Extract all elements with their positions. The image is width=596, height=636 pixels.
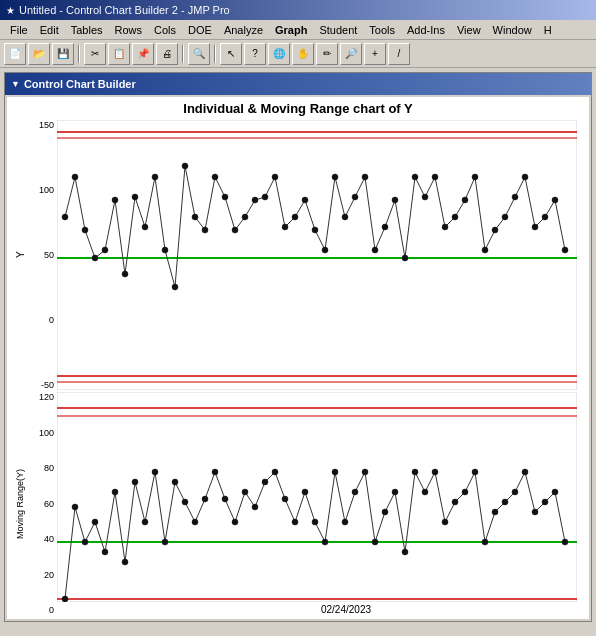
toolbar-search[interactable]: 🔍 — [188, 43, 210, 65]
svg-point-7 — [122, 271, 128, 277]
toolbar-globe[interactable]: 🌐 — [268, 43, 290, 65]
app-icon: ★ — [6, 5, 15, 16]
svg-point-57 — [102, 549, 108, 555]
svg-point-82 — [352, 489, 358, 495]
toolbar-line[interactable]: / — [388, 43, 410, 65]
menu-file[interactable]: File — [4, 23, 34, 37]
menu-bar: File Edit Tables Rows Cols DOE Analyze G… — [0, 20, 596, 40]
svg-point-43 — [482, 247, 488, 253]
svg-point-59 — [122, 559, 128, 565]
svg-point-88 — [412, 469, 418, 475]
svg-point-64 — [172, 479, 178, 485]
menu-doe[interactable]: DOE — [182, 23, 218, 37]
menu-analyze[interactable]: Analyze — [218, 23, 269, 37]
svg-point-27 — [322, 247, 328, 253]
toolbar-sep1 — [78, 45, 80, 63]
upper-chart-wrapper: Y 150 100 50 0 -50 — [11, 120, 585, 390]
ccb-title: Control Chart Builder — [24, 78, 136, 90]
menu-graph[interactable]: Graph — [269, 23, 313, 37]
svg-point-11 — [162, 247, 168, 253]
svg-point-38 — [432, 174, 438, 180]
menu-edit[interactable]: Edit — [34, 23, 65, 37]
menu-rows[interactable]: Rows — [109, 23, 149, 37]
svg-point-95 — [482, 539, 488, 545]
svg-point-84 — [372, 539, 378, 545]
svg-point-12 — [172, 284, 178, 290]
toolbar-sep3 — [214, 45, 216, 63]
toolbar-copy[interactable]: 📋 — [108, 43, 130, 65]
svg-point-6 — [112, 197, 118, 203]
svg-point-66 — [192, 519, 198, 525]
svg-point-5 — [102, 247, 108, 253]
svg-point-33 — [382, 224, 388, 230]
svg-point-61 — [142, 519, 148, 525]
upper-chart-svg — [57, 120, 577, 390]
svg-point-14 — [192, 214, 198, 220]
svg-point-65 — [182, 499, 188, 505]
chart-area: Individual & Moving Range chart of Y Y 1… — [7, 97, 589, 619]
lower-chart-wrapper: Moving Range(Y) 120 100 80 60 40 20 0 — [11, 392, 585, 615]
menu-cols[interactable]: Cols — [148, 23, 182, 37]
svg-point-102 — [552, 489, 558, 495]
lower-y-ticks: 120 100 80 60 40 20 0 — [29, 392, 57, 615]
toolbar-help[interactable]: ? — [244, 43, 266, 65]
toolbar-paste[interactable]: 📌 — [132, 43, 154, 65]
svg-point-76 — [292, 519, 298, 525]
svg-point-26 — [312, 227, 318, 233]
svg-point-10 — [152, 174, 158, 180]
menu-tables[interactable]: Tables — [65, 23, 109, 37]
svg-point-70 — [232, 519, 238, 525]
svg-point-60 — [132, 479, 138, 485]
toolbar-arrow[interactable]: ↖ — [220, 43, 242, 65]
menu-window[interactable]: Window — [487, 23, 538, 37]
svg-point-72 — [252, 504, 258, 510]
toolbar-plus[interactable]: + — [364, 43, 386, 65]
svg-point-54 — [72, 504, 78, 510]
svg-point-40 — [452, 214, 458, 220]
toolbar-save[interactable]: 💾 — [52, 43, 74, 65]
svg-point-28 — [332, 174, 338, 180]
svg-point-58 — [112, 489, 118, 495]
svg-point-36 — [412, 174, 418, 180]
svg-point-41 — [462, 197, 468, 203]
svg-point-86 — [392, 489, 398, 495]
svg-point-51 — [562, 247, 568, 253]
collapse-triangle[interactable]: ▼ — [11, 79, 20, 89]
svg-point-71 — [242, 489, 248, 495]
svg-point-91 — [442, 519, 448, 525]
svg-point-18 — [232, 227, 238, 233]
lower-y-label: Moving Range(Y) — [11, 392, 29, 615]
chart-title: Individual & Moving Range chart of Y — [11, 101, 585, 116]
title-bar: ★ Untitled - Control Chart Builder 2 - J… — [0, 0, 596, 20]
lower-chart-svg — [57, 392, 577, 602]
svg-point-93 — [462, 489, 468, 495]
svg-point-97 — [502, 499, 508, 505]
svg-point-2 — [72, 174, 78, 180]
window-title: Untitled - Control Chart Builder 2 - JMP… — [19, 4, 230, 16]
svg-point-77 — [302, 489, 308, 495]
svg-point-20 — [252, 197, 258, 203]
toolbar-new[interactable]: 📄 — [4, 43, 26, 65]
svg-point-87 — [402, 549, 408, 555]
toolbar-hand[interactable]: ✋ — [292, 43, 314, 65]
svg-point-75 — [282, 496, 288, 502]
svg-point-103 — [562, 539, 568, 545]
svg-point-85 — [382, 509, 388, 515]
toolbar-cut[interactable]: ✂ — [84, 43, 106, 65]
toolbar-print[interactable]: 🖨 — [156, 43, 178, 65]
menu-h[interactable]: H — [538, 23, 558, 37]
toolbar-open[interactable]: 📂 — [28, 43, 50, 65]
svg-point-89 — [422, 489, 428, 495]
svg-point-17 — [222, 194, 228, 200]
toolbar-pen[interactable]: ✏ — [316, 43, 338, 65]
lower-chart-svg-wrapper: 02/24/2023 — [57, 392, 585, 615]
toolbar-zoom-out[interactable]: 🔎 — [340, 43, 362, 65]
menu-view[interactable]: View — [451, 23, 487, 37]
svg-point-69 — [222, 496, 228, 502]
svg-point-34 — [392, 197, 398, 203]
svg-point-22 — [272, 174, 278, 180]
menu-addins[interactable]: Add-Ins — [401, 23, 451, 37]
menu-tools[interactable]: Tools — [363, 23, 401, 37]
menu-student[interactable]: Student — [313, 23, 363, 37]
svg-point-45 — [502, 214, 508, 220]
